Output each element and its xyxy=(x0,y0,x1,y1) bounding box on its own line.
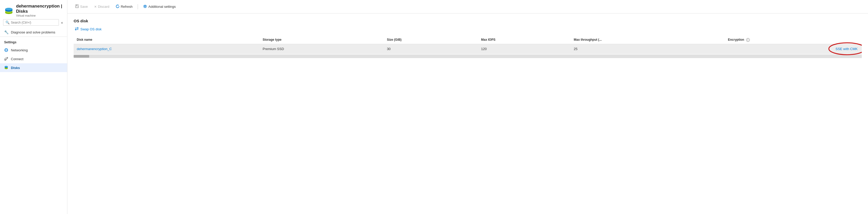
content-area: OS disk Swap OS disk Disk name xyxy=(67,13,868,214)
additional-settings-label: Additional settings xyxy=(148,5,176,8)
discard-button[interactable]: ✕ Discard xyxy=(92,3,112,10)
action-row: Swap OS disk xyxy=(74,27,862,32)
disk-name-link[interactable]: dehermanencryption_C xyxy=(77,47,112,51)
save-button[interactable]: Save xyxy=(72,3,91,10)
horizontal-scrollbar[interactable] xyxy=(74,55,862,58)
col-max-throughput: Max throughput (... xyxy=(570,36,725,44)
svg-point-16 xyxy=(5,66,8,67)
sidebar-item-label: Disks xyxy=(11,66,20,70)
sidebar-item-diagnose[interactable]: 🔧 Diagnose and solve problems xyxy=(0,28,67,37)
sidebar-item-networking[interactable]: Networking xyxy=(0,45,67,55)
sidebar: dehermanencryption | Disks Virtual machi… xyxy=(0,0,67,214)
col-max-iops: Max IOPS xyxy=(478,36,571,44)
disk-table-container: Disk name Storage type Size (GiB) Max IO… xyxy=(74,36,862,58)
toolbar: Save ✕ Discard Refresh Additi xyxy=(67,0,868,13)
cell-disk-name: dehermanencryption_C xyxy=(74,44,259,54)
svg-point-5 xyxy=(5,8,12,10)
vm-subtitle: Virtual machine xyxy=(16,14,63,17)
refresh-icon xyxy=(116,4,120,9)
vm-title: dehermanencryption | Disks Virtual machi… xyxy=(16,4,63,17)
additional-settings-button[interactable]: Additional settings xyxy=(141,3,178,11)
svg-point-20 xyxy=(145,6,146,7)
encryption-cell-wrapper: SSE with CMK xyxy=(728,47,859,51)
search-input[interactable] xyxy=(11,21,57,24)
cell-encryption: SSE with CMK xyxy=(725,44,862,54)
refresh-label: Refresh xyxy=(121,5,133,8)
col-storage-type: Storage type xyxy=(259,36,384,44)
svg-rect-18 xyxy=(76,5,78,6)
connect-icon xyxy=(4,57,8,61)
save-icon xyxy=(75,4,79,9)
search-icon: 🔍 xyxy=(5,21,9,24)
settings-section-label: Settings xyxy=(0,37,67,45)
disk-table: Disk name Storage type Size (GiB) Max IO… xyxy=(74,36,862,54)
search-row: 🔍 « xyxy=(3,19,64,26)
encryption-link[interactable]: SSE with CMK xyxy=(835,47,859,51)
sidebar-nav: 🔧 Diagnose and solve problems Settings N… xyxy=(0,28,67,214)
sidebar-item-disks[interactable]: Disks xyxy=(0,63,67,72)
vm-icon xyxy=(4,6,13,15)
svg-point-9 xyxy=(5,59,6,60)
sidebar-item-connect[interactable]: Connect xyxy=(0,55,67,63)
main-content: Save ✕ Discard Refresh Additi xyxy=(67,0,868,214)
swap-os-disk-label: Swap OS disk xyxy=(81,27,102,31)
networking-icon xyxy=(4,48,8,52)
scrollbar-thumb xyxy=(74,55,89,58)
svg-rect-19 xyxy=(76,6,78,7)
col-encryption: Encryption i xyxy=(725,36,862,44)
col-size: Size (GiB) xyxy=(384,36,478,44)
cell-size: 30 xyxy=(384,44,478,54)
sidebar-item-label: Diagnose and solve problems xyxy=(11,30,55,34)
settings-gear-icon xyxy=(143,4,147,9)
wrench-icon: 🔧 xyxy=(4,30,8,34)
table-row: dehermanencryption_C Premium SSD 30 120 … xyxy=(74,44,862,54)
discard-icon: ✕ xyxy=(94,5,97,8)
cell-storage-type: Premium SSD xyxy=(259,44,384,54)
encryption-info-icon: i xyxy=(746,38,750,42)
os-disk-title: OS disk xyxy=(74,19,862,23)
sidebar-item-label: Connect xyxy=(11,57,23,61)
svg-point-10 xyxy=(7,57,8,58)
search-wrapper: 🔍 xyxy=(3,19,59,26)
collapse-button[interactable]: « xyxy=(60,20,64,26)
save-label: Save xyxy=(80,5,88,8)
cell-max-throughput: 25 xyxy=(570,44,725,54)
col-disk-name: Disk name xyxy=(74,36,259,44)
vm-name-part: dehermanencryption | Disks xyxy=(16,4,63,14)
sidebar-item-label: Networking xyxy=(11,48,28,52)
cell-max-iops: 120 xyxy=(478,44,571,54)
disks-icon xyxy=(4,66,8,70)
swap-icon xyxy=(75,27,79,32)
refresh-button[interactable]: Refresh xyxy=(113,3,135,11)
discard-label: Discard xyxy=(98,5,110,8)
swap-os-disk-link[interactable]: Swap OS disk xyxy=(75,27,102,32)
sidebar-header: dehermanencryption | Disks Virtual machi… xyxy=(0,0,67,19)
